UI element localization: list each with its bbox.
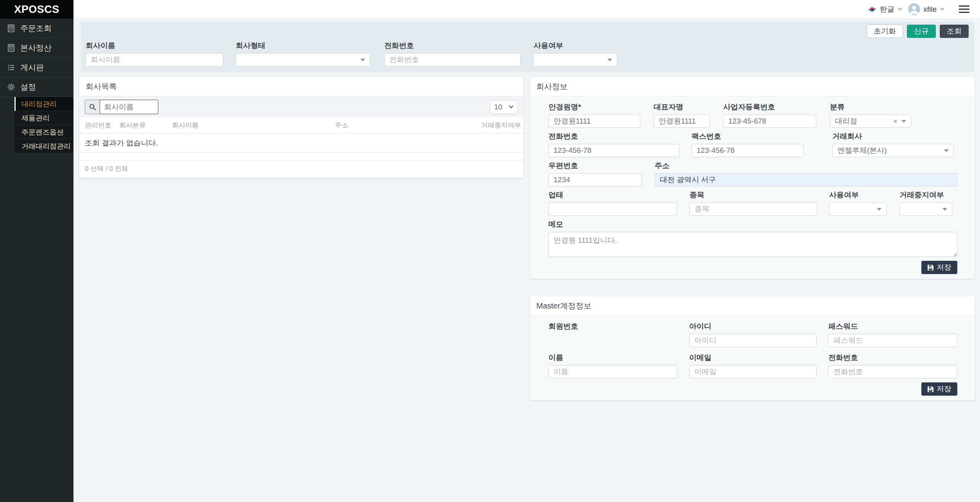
master-account-save-button[interactable]: 저장 — [921, 382, 957, 396]
order-journal-icon — [7, 24, 15, 32]
password-input[interactable] — [828, 334, 957, 347]
store-name-input[interactable] — [548, 115, 640, 128]
company-info-save-button[interactable]: 저장 — [921, 261, 957, 274]
sidebar: XPOSCS 주문조회 본사정산 게시판 — [0, 0, 73, 502]
password-label: 패스워드 — [828, 321, 957, 332]
settings-submenu: 대리점관리 제품관리 주문렌즈옵션 거래대리점관리 — [14, 97, 73, 153]
postal-code-input[interactable] — [548, 173, 642, 186]
trade-stop-select[interactable] — [899, 203, 952, 216]
list-icon — [7, 63, 15, 72]
trade-stop-label: 거래중지여부 — [899, 190, 952, 200]
page-size-value: 10 — [494, 103, 502, 111]
column-header[interactable]: 회사이름 — [172, 121, 335, 130]
caret-down-icon — [942, 208, 947, 211]
user-menu[interactable]: xfile — [908, 3, 945, 15]
sidebar-item-order-search[interactable]: 주문조회 — [0, 19, 73, 38]
business-item-input[interactable] — [690, 203, 817, 216]
business-type-input[interactable] — [548, 203, 677, 216]
clear-icon[interactable]: × — [893, 117, 898, 125]
sub-item-label: 제품관리 — [21, 113, 50, 123]
gear-icon — [7, 83, 15, 91]
trading-company-label: 거래회사 — [832, 131, 954, 142]
business-no-label: 사업자등록번호 — [723, 102, 816, 112]
filter-phone-input[interactable] — [384, 53, 521, 66]
company-list-header-row: 관리번호 회사분류 회사이름 주소 거래중지여부 — [79, 117, 523, 133]
ceo-name-label: 대표자명 — [654, 102, 710, 112]
email-input[interactable] — [689, 365, 817, 378]
ceo-name-input[interactable] — [654, 115, 710, 128]
master-phone-label: 전화번호 — [828, 353, 957, 363]
company-list-panel: 회사목록 10 — [79, 77, 523, 178]
hamburger-menu-icon[interactable] — [959, 5, 969, 13]
fax-input[interactable] — [692, 144, 804, 157]
new-button[interactable]: 신규 — [907, 25, 936, 38]
filter-company-type-label: 회사형태 — [236, 41, 370, 51]
chevron-down-icon — [940, 7, 945, 11]
filter-phone-label: 전화번호 — [384, 41, 521, 51]
search-icon — [89, 104, 96, 111]
phone-input[interactable] — [548, 144, 679, 157]
sidebar-item-board[interactable]: 게시판 — [0, 58, 73, 77]
save-label: 저장 — [937, 262, 951, 273]
master-phone-input[interactable] — [828, 365, 957, 378]
business-no-input[interactable] — [723, 115, 816, 128]
search-button[interactable]: 조회 — [940, 25, 969, 38]
sidebar-item-label: 설정 — [20, 82, 36, 92]
use-status-label: 사용여부 — [829, 190, 887, 200]
language-selector[interactable]: 한글 — [868, 4, 903, 14]
column-header[interactable]: 회사분류 — [119, 121, 172, 130]
sub-item-label: 주문렌즈옵션 — [21, 127, 64, 137]
fax-label: 팩스번호 — [692, 131, 804, 142]
sidebar-item-trading-agency-management[interactable]: 거래대리점관리 — [14, 139, 73, 153]
brand-logo: XPOSCS — [0, 0, 73, 19]
address-label: 주소 — [655, 161, 957, 171]
postal-code-label: 우편번호 — [548, 161, 642, 171]
user-id-label: 아이디 — [689, 321, 817, 332]
filter-company-name-input[interactable] — [86, 53, 223, 66]
category-value: 대리점 — [835, 116, 857, 126]
memo-label: 메모 — [548, 219, 957, 229]
korean-flag-icon — [868, 5, 876, 14]
column-header[interactable]: 주소 — [335, 121, 469, 130]
user-id-input[interactable] — [689, 334, 817, 347]
chevron-down-icon — [509, 105, 514, 109]
chevron-down-icon — [898, 7, 903, 11]
caret-down-icon — [944, 149, 949, 152]
company-info-panel: 회사정보 안경원명* 대표자명 — [530, 77, 975, 279]
filter-fields: 회사이름 회사형태 전화번호 사용여부 — [86, 41, 969, 66]
sidebar-item-agency-management[interactable]: 대리점관리 — [14, 97, 73, 111]
search-filter-card: 초기화 신규 조회 회사이름 회사형태 전화번호 — [81, 22, 974, 72]
save-label: 저장 — [937, 384, 951, 394]
sidebar-item-hq-settlement[interactable]: 본사정산 — [0, 38, 73, 58]
sidebar-item-settings[interactable]: 설정 — [0, 77, 73, 97]
sidebar-item-product-management[interactable]: 제품관리 — [14, 111, 73, 125]
store-name-label: 안경원명* — [548, 102, 640, 112]
filter-use-status-select[interactable] — [534, 53, 617, 66]
filter-company-type-select[interactable] — [236, 53, 370, 66]
reset-button[interactable]: 초기화 — [867, 25, 903, 38]
name-input[interactable] — [548, 365, 677, 378]
filter-actions: 초기화 신규 조회 — [86, 25, 969, 38]
column-header[interactable]: 관리번호 — [85, 121, 119, 130]
list-search-button[interactable] — [85, 100, 100, 114]
master-account-panel: Master계정정보 회원번호 아이디 패스워드 — [530, 296, 975, 400]
page-size-select[interactable]: 10 — [490, 100, 518, 114]
empty-result-message: 조회 결과가 없습니다. — [79, 133, 523, 153]
selection-summary: 0 선택 / 0 전체 — [79, 160, 523, 178]
sidebar-item-order-lens-option[interactable]: 주문렌즈옵션 — [14, 125, 73, 139]
company-list-title: 회사목록 — [79, 77, 523, 96]
sidebar-item-label: 본사정산 — [20, 43, 52, 53]
memo-textarea[interactable]: 안경원 1111입니다. — [548, 232, 957, 257]
sub-item-label: 거래대리점관리 — [21, 142, 71, 151]
caret-down-icon — [607, 59, 612, 61]
use-status-select[interactable] — [829, 203, 887, 216]
trading-company-value: 엔젤루체(본사) — [837, 145, 887, 156]
column-header[interactable]: 거래중지여부 — [469, 121, 521, 130]
save-icon — [927, 386, 934, 393]
sub-item-label: 대리점관리 — [21, 99, 57, 109]
list-search-input[interactable] — [100, 100, 158, 114]
business-item-label: 종목 — [690, 190, 817, 200]
address-input[interactable] — [655, 173, 957, 186]
category-select[interactable]: 대리점 × — [830, 115, 911, 128]
trading-company-select[interactable]: 엔젤루체(본사) — [832, 144, 954, 157]
